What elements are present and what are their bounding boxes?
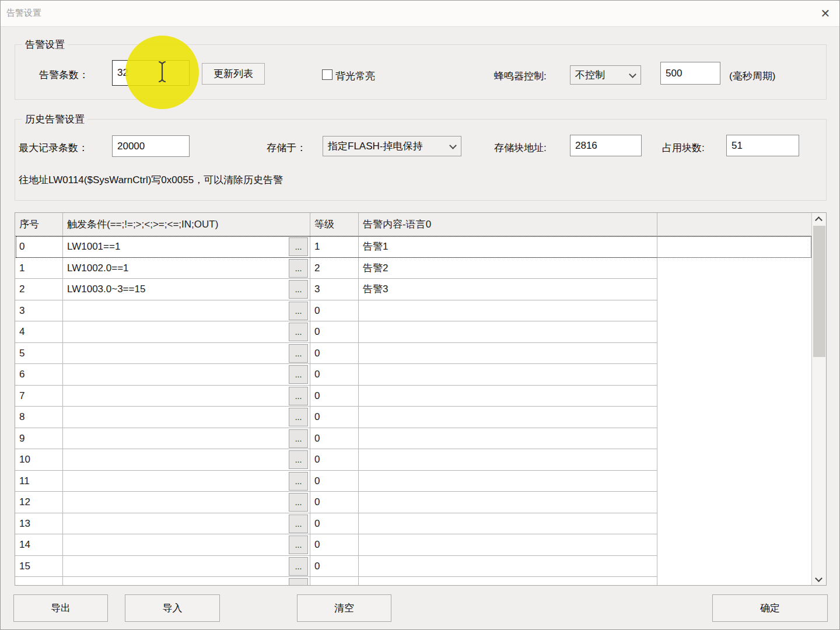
content-cell[interactable] [359, 407, 657, 428]
table-row[interactable]: 3 ... 0 [15, 300, 812, 322]
block-addr-input[interactable] [570, 135, 642, 156]
level-cell[interactable]: 0 [310, 343, 359, 365]
condition-edit-button[interactable]: ... [289, 344, 308, 363]
level-cell[interactable]: 0 [310, 386, 359, 407]
condition-edit-button[interactable]: ... [289, 387, 308, 405]
scrollbar-thumb[interactable] [813, 226, 825, 357]
level-cell[interactable]: 1 [310, 236, 359, 258]
level-cell[interactable]: 0 [310, 492, 359, 513]
condition-edit-button[interactable]: ... [289, 237, 308, 256]
level-cell[interactable]: 0 [310, 407, 359, 428]
level-cell[interactable]: 0 [310, 300, 359, 322]
level-cell[interactable]: 0 [310, 364, 359, 386]
table-row[interactable]: 9 ... 0 [15, 428, 812, 450]
level-cell[interactable] [310, 577, 359, 586]
alarm-count-input[interactable] [112, 60, 190, 86]
condition-cell[interactable]: ... [63, 471, 310, 492]
level-cell[interactable]: 0 [310, 513, 359, 535]
condition-edit-button[interactable]: ... [289, 472, 308, 491]
condition-cell[interactable]: LW1002.0==1 ... [63, 258, 310, 279]
level-cell[interactable]: 0 [310, 428, 359, 450]
buzzer-select[interactable]: 不控制 [570, 65, 641, 85]
table-row[interactable]: 2 LW1003.0~3==15 ... 3 告警3 [15, 279, 812, 300]
table-row[interactable]: 0 LW1001==1 ... 1 告警1 [15, 236, 812, 258]
condition-edit-button[interactable]: ... [289, 408, 308, 426]
level-cell[interactable]: 0 [310, 321, 359, 343]
ok-button[interactable]: 确定 [712, 594, 828, 622]
condition-cell[interactable]: LW1003.0~3==15 ... [63, 279, 310, 300]
condition-cell[interactable]: ... [63, 343, 310, 365]
condition-edit-button[interactable]: ... [289, 365, 308, 384]
content-cell[interactable]: 告警2 [359, 258, 657, 279]
export-button[interactable]: 导出 [13, 594, 108, 622]
condition-edit-button[interactable]: ... [289, 536, 308, 554]
condition-cell[interactable]: LW1001==1 ... [63, 236, 310, 258]
backlight-checkbox[interactable] [322, 69, 332, 80]
table-row[interactable]: 8 ... 0 [15, 407, 812, 428]
content-cell[interactable] [359, 449, 657, 471]
close-icon[interactable]: ✕ [817, 5, 834, 22]
table-row[interactable]: 7 ... 0 [15, 386, 812, 407]
condition-edit-button[interactable]: ... [289, 259, 308, 278]
condition-cell[interactable]: ... [63, 321, 310, 343]
max-records-input[interactable] [112, 135, 190, 157]
level-cell[interactable]: 0 [310, 534, 359, 556]
condition-edit-button[interactable]: ... [289, 493, 308, 512]
table-row[interactable]: 12 ... 0 [15, 492, 812, 513]
content-cell[interactable] [359, 513, 657, 535]
content-cell[interactable] [359, 343, 657, 365]
condition-cell[interactable]: ... [63, 534, 310, 556]
level-cell[interactable]: 3 [310, 279, 359, 300]
content-cell[interactable] [359, 364, 657, 386]
condition-cell[interactable]: ... [63, 428, 310, 450]
condition-cell[interactable]: ... [63, 556, 310, 578]
content-cell[interactable]: 告警1 [359, 236, 657, 258]
table-row[interactable]: 4 ... 0 [15, 321, 812, 343]
condition-cell[interactable]: ... [63, 364, 310, 386]
condition-edit-button[interactable]: ... [289, 323, 308, 341]
content-cell[interactable] [359, 428, 657, 450]
content-cell[interactable]: 告警3 [359, 279, 657, 300]
condition-edit-button[interactable]: ... [289, 557, 308, 576]
scroll-up-icon[interactable] [812, 213, 827, 225]
storage-select[interactable]: 指定FLASH-掉电保持 [323, 136, 461, 156]
content-cell[interactable] [359, 300, 657, 322]
condition-edit-button[interactable]: ... [289, 450, 308, 469]
table-row[interactable]: 11 ... 0 [15, 471, 812, 492]
table-row[interactable]: 6 ... 0 [15, 364, 812, 386]
condition-cell[interactable]: ... [63, 407, 310, 428]
scroll-down-icon[interactable] [812, 573, 827, 585]
condition-cell[interactable]: ... [63, 449, 310, 471]
level-cell[interactable]: 2 [310, 258, 359, 279]
condition-edit-button[interactable]: ... [289, 429, 308, 448]
content-cell[interactable] [359, 534, 657, 556]
content-cell[interactable] [359, 492, 657, 513]
content-cell[interactable] [359, 471, 657, 492]
condition-edit-button[interactable]: ... [289, 578, 308, 586]
content-cell[interactable] [359, 577, 657, 586]
table-row[interactable]: 14 ... 0 [15, 534, 812, 556]
condition-cell[interactable]: ... [63, 577, 310, 586]
table-row[interactable]: 13 ... 0 [15, 513, 812, 535]
condition-cell[interactable]: ... [63, 492, 310, 513]
vertical-scrollbar[interactable] [811, 213, 826, 585]
block-count-input[interactable] [726, 135, 799, 156]
content-cell[interactable] [359, 386, 657, 407]
table-row[interactable]: ... [15, 577, 812, 586]
level-cell[interactable]: 0 [310, 556, 359, 578]
condition-edit-button[interactable]: ... [289, 514, 308, 533]
table-row[interactable]: 10 ... 0 [15, 449, 812, 471]
table-row[interactable]: 15 ... 0 [15, 556, 812, 578]
condition-cell[interactable]: ... [63, 513, 310, 535]
table-row[interactable]: 5 ... 0 [15, 343, 812, 365]
import-button[interactable]: 导入 [125, 594, 220, 622]
level-cell[interactable]: 0 [310, 471, 359, 492]
content-cell[interactable] [359, 321, 657, 343]
update-list-button[interactable]: 更新列表 [202, 63, 265, 85]
condition-cell[interactable]: ... [63, 300, 310, 322]
clear-button[interactable]: 清空 [297, 594, 391, 622]
buzzer-period-input[interactable] [660, 62, 720, 85]
condition-edit-button[interactable]: ... [289, 280, 308, 299]
table-row[interactable]: 1 LW1002.0==1 ... 2 告警2 [15, 258, 812, 279]
content-cell[interactable] [359, 556, 657, 578]
